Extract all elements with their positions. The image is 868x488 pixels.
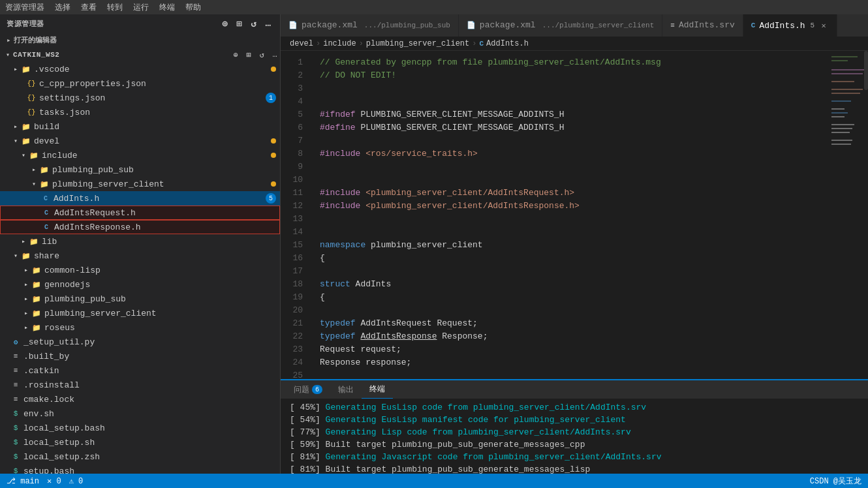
tab-package-xml-2[interactable]: 📄 package.xml .../plumbing_server_client [459, 14, 662, 37]
svg-rect-9 [831, 108, 845, 110]
ln-15: 15 [281, 239, 311, 252]
tree-item-local-setup-sh[interactable]: $ local_setup.sh [0, 435, 280, 450]
tree-item-rosinstall[interactable]: ≡ .rosinstall [0, 378, 280, 392]
tab-close-h[interactable]: ✕ [818, 20, 829, 31]
tree-item-roseus[interactable]: ▸ 📁 roseus [0, 320, 280, 335]
workspace-root[interactable]: ▾ CATKIN_WS2 ⊕ ⊞ ↺ … [0, 48, 280, 62]
tab-terminal[interactable]: 终端 [362, 380, 393, 399]
tree-item-share[interactable]: ▾ 📁 share [0, 249, 280, 263]
tree-item-gennodejs[interactable]: ▸ 📁 gennodejs [0, 277, 280, 292]
ws-refresh-icon[interactable]: ↺ [256, 50, 267, 60]
tab-addints-h[interactable]: C AddInts.h 5 ✕ [743, 14, 837, 37]
tree-item-cmake-lock[interactable]: ≡ cmake.lock [0, 392, 280, 406]
tree-item-lib[interactable]: ▸ 📁 lib [0, 234, 280, 249]
code-line-1: // Generated by gencpp from file plumbin… [320, 56, 820, 69]
tree-item-share-pps[interactable]: ▸ 📁 plumbing_pub_sub [0, 292, 280, 306]
code-content[interactable]: // Generated by gencpp from file plumbin… [311, 51, 829, 379]
menu-item-help[interactable]: 帮助 [185, 2, 201, 13]
tab-bar: 📄 package.xml .../plumbing_pub_sub 📄 pac… [281, 14, 868, 37]
code-line-5: #ifndef PLUMBING_SERVER_CLIENT_MESSAGE_A… [320, 108, 820, 121]
tree-item-c-cpp[interactable]: {} c_cpp_properties.json [0, 76, 280, 91]
menu-item-select[interactable]: 选择 [55, 2, 70, 13]
spps-arrow: ▸ [21, 294, 31, 304]
text-icon-cmake: ≡ [10, 394, 21, 404]
rosinstall-label: .rosinstall [23, 380, 280, 390]
share-label: share [34, 251, 280, 261]
breadcrumb-psc[interactable]: plumbing_server_client [366, 39, 469, 48]
warnings-count[interactable]: ⚠ 0 [69, 476, 84, 486]
tree-item-devel[interactable]: ▾ 📁 devel [0, 134, 280, 148]
tree-item-built-by[interactable]: ≡ .built_by [0, 349, 280, 363]
cl-folder-icon: 📁 [31, 265, 42, 275]
breadcrumb-devel[interactable]: devel [290, 39, 313, 48]
terminal-output[interactable]: [ 45%] Generating EusLisp code from plum… [281, 399, 868, 474]
minimap [829, 51, 868, 379]
tree-item-local-setup-zsh[interactable]: $ local_setup.zsh [0, 450, 280, 464]
tree-item-plumbing-server-client[interactable]: ▾ 📁 plumbing_server_client [0, 177, 280, 191]
svg-rect-17 [864, 51, 868, 90]
file-tree-scroll: ▾ CATKIN_WS2 ⊕ ⊞ ↺ … ▸ 📁 .vscode {} c_cp [0, 48, 280, 474]
ws-new-folder-icon[interactable]: ⊞ [243, 50, 254, 60]
svg-rect-6 [831, 89, 863, 90]
spsc-folder-icon: 📁 [31, 308, 42, 318]
include-dot [271, 153, 276, 158]
tab-addints-srv[interactable]: ≡ AddInts.srv [662, 14, 743, 37]
tab-output[interactable]: 输出 [330, 380, 362, 399]
tree-item-catkin[interactable]: ≡ .catkin [0, 363, 280, 378]
share-arrow: ▾ [10, 251, 21, 261]
tree-item-include[interactable]: ▾ 📁 include [0, 148, 280, 162]
menu-item-goto[interactable]: 转到 [107, 2, 123, 13]
breadcrumb-include[interactable]: include [323, 39, 356, 48]
tree-item-vscode[interactable]: ▸ 📁 .vscode [0, 62, 280, 76]
code-line-6: #define PLUMBING_SERVER_CLIENT_MESSAGE_A… [320, 121, 820, 134]
c-cpp-label: c_cpp_properties.json [39, 79, 280, 89]
breadcrumb-filename[interactable]: AddInts.h [486, 39, 529, 48]
refresh-icon[interactable]: ↺ [249, 18, 259, 29]
tree-item-share-psc[interactable]: ▸ 📁 plumbing_server_client [0, 306, 280, 320]
tree-item-settings[interactable]: {} settings.json 1 [0, 91, 280, 105]
svg-rect-15 [831, 140, 852, 141]
open-editors-section[interactable]: ▸ 打开的编辑器 [0, 33, 280, 48]
tab-package-xml-1[interactable]: 📄 package.xml .../plumbing_pub_sub [281, 14, 459, 37]
editor-bottom-container: 1 2 3 4 5 6 7 8 9 10 11 12 13 14 15 16 1 [281, 51, 868, 474]
ln-8: 8 [281, 147, 311, 160]
tree-item-addints-response-h[interactable]: C AddIntsResponse.h [0, 220, 280, 234]
cmake-lock-label: cmake.lock [23, 395, 280, 404]
tree-item-setup-bash[interactable]: $ setup.bash [0, 464, 280, 474]
tree-item-addints-h[interactable]: C AddInts.h 5 [0, 191, 280, 206]
menu-item-run[interactable]: 运行 [133, 2, 149, 13]
svg-rect-5 [831, 81, 854, 82]
ln-1: 1 [281, 56, 311, 69]
new-file-icon[interactable]: ⊕ [220, 18, 230, 29]
tree-item-plumbing-pub-sub[interactable]: ▸ 📁 plumbing_pub_sub [0, 162, 280, 177]
tab-path-1: .../plumbing_pub_sub [364, 22, 450, 29]
shell-icon-lss: $ [10, 437, 21, 448]
tab-problems[interactable]: 问题 6 [286, 380, 330, 399]
code-line-20 [320, 304, 820, 317]
tree-item-env-sh[interactable]: $ env.sh [0, 406, 280, 421]
tree-item-common-lisp[interactable]: ▸ 📁 common-lisp [0, 263, 280, 277]
addints-response-label: AddIntsResponse.h [54, 222, 279, 232]
code-line-22: typedef AddIntsResponse Response; [320, 330, 820, 343]
shell-icon-env: $ [10, 408, 21, 419]
errors-count[interactable]: ✕ 0 [47, 476, 61, 486]
tree-item-addints-request-h[interactable]: C AddIntsRequest.h [0, 206, 280, 220]
new-folder-icon[interactable]: ⊞ [234, 18, 245, 29]
code-line-15: namespace plumbing_server_client [320, 239, 820, 252]
tree-item-setup-util[interactable]: ⚙ _setup_util.py [0, 335, 280, 349]
psc-arrow: ▾ [29, 179, 39, 189]
tree-item-tasks[interactable]: {} tasks.json [0, 105, 280, 119]
ws-more-icon[interactable]: … [270, 50, 280, 60]
ws-new-file-icon[interactable]: ⊕ [230, 50, 241, 60]
menu-item-terminal[interactable]: 终端 [159, 2, 175, 13]
setup-util-label: _setup_util.py [23, 337, 280, 347]
more-actions-icon[interactable]: … [263, 18, 273, 29]
workspace-arrow: ▾ [3, 50, 13, 60]
tab-path-2: .../plumbing_server_client [542, 22, 655, 29]
menu-item-view[interactable]: 查看 [81, 2, 97, 13]
menu-item-explorer[interactable]: 资源管理器 [5, 2, 44, 13]
svg-rect-12 [831, 124, 854, 125]
git-branch[interactable]: ⎇ main [7, 476, 39, 486]
tree-item-build[interactable]: ▸ 📁 build [0, 119, 280, 134]
tree-item-local-setup-bash[interactable]: $ local_setup.bash [0, 421, 280, 435]
